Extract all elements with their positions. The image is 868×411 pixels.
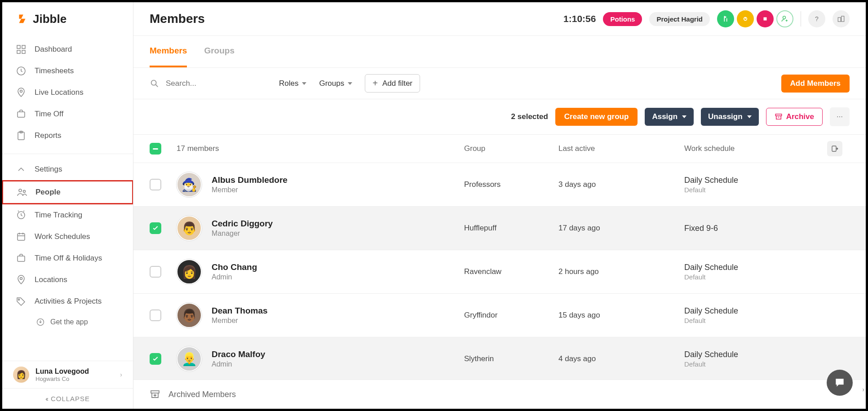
member-last-active: 17 days ago [558, 224, 684, 233]
chat-icon [834, 377, 846, 389]
chevron-down-icon [348, 82, 352, 85]
table-row[interactable]: 🧙‍♂️ Albus Dumbledore Member Professors … [133, 163, 866, 207]
sidebar-item-activities-projects[interactable]: Activities & Projects [2, 291, 133, 312]
col-group[interactable]: Group [464, 144, 558, 153]
sidebar-item-reports[interactable]: Reports [2, 125, 133, 146]
sidebar-item-time-off-holidays[interactable]: Time Off & Holidays [2, 247, 133, 269]
collapse-button[interactable]: ‹‹COLLAPSE [2, 388, 133, 409]
user-profile[interactable]: 👩 Luna Lovegood Hogwarts Co › [2, 361, 133, 388]
col-schedule[interactable]: Work schedule [684, 144, 827, 153]
unassign-button[interactable]: Unassign [701, 108, 759, 126]
schedule-default: Default [684, 186, 827, 194]
svg-rect-25 [151, 391, 159, 393]
table-row[interactable]: 👨 Cedric Diggory Manager Hufflepuff 17 d… [133, 207, 866, 250]
chevron-right-icon: › [120, 371, 122, 378]
row-checkbox[interactable] [150, 353, 161, 365]
sidebar-item-dashboard[interactable]: Dashboard [2, 39, 133, 60]
member-group: Ravenclaw [464, 267, 558, 276]
col-last-active[interactable]: Last active [558, 144, 684, 153]
get-app-link[interactable]: Get the app [2, 312, 133, 332]
sidebar-item-label: Settings [35, 165, 62, 174]
location-icon [16, 87, 27, 98]
sidebar-item-settings[interactable]: Settings [2, 159, 133, 180]
roles-filter[interactable]: Roles [279, 79, 306, 88]
schedule-name: Fixed 9-6 [684, 224, 827, 233]
sidebar-item-live-locations[interactable]: Live Locations [2, 82, 133, 103]
chevron-up-icon [16, 164, 27, 175]
sidebar-item-locations[interactable]: Locations [2, 269, 133, 291]
sidebar-item-time-off[interactable]: Time Off [2, 103, 133, 125]
members-table: 17 members Group Last active Work schedu… [133, 135, 866, 380]
sidebar-item-timesheets[interactable]: Timesheets [2, 60, 133, 82]
clipboard-icon [16, 130, 27, 141]
svg-rect-3 [22, 50, 25, 53]
help-button[interactable]: ? [808, 10, 825, 27]
create-group-button[interactable]: Create new group [555, 108, 638, 126]
groups-filter[interactable]: Groups [319, 79, 352, 88]
status-dot-red[interactable] [757, 10, 774, 27]
status-dot-yellow[interactable] [737, 10, 754, 27]
chip-project[interactable]: Project Hagrid [649, 12, 710, 26]
row-checkbox[interactable] [150, 222, 161, 234]
chat-button[interactable] [827, 370, 853, 396]
sidebar-item-label: Time Tracking [35, 211, 82, 220]
tab-groups[interactable]: Groups [204, 36, 235, 67]
sidebar-item-work-schedules[interactable]: Work Schedules [2, 226, 133, 247]
status-dot-green[interactable] [717, 10, 734, 27]
archive-button[interactable]: Archive [766, 108, 823, 126]
svg-point-14 [20, 278, 22, 280]
clock-icon [16, 66, 27, 76]
assign-button[interactable]: Assign [645, 108, 694, 126]
sidebar-item-label: Time Off [35, 110, 63, 119]
table-row[interactable]: 👨🏾 Dean Thomas Member Gryffindor 15 days… [133, 294, 866, 337]
sidebar-item-time-tracking[interactable]: Time Tracking [2, 204, 133, 226]
svg-rect-21 [841, 16, 844, 22]
main: Members 1:10:56 Potions Project Hagrid ?… [133, 2, 866, 409]
member-role: Member [212, 317, 268, 325]
more-button[interactable]: ⋯ [830, 107, 850, 126]
svg-rect-23 [775, 114, 782, 116]
svg-point-9 [19, 189, 22, 192]
sidebar-item-label: Activities & Projects [35, 297, 102, 306]
svg-rect-0 [17, 45, 20, 49]
search-input[interactable] [166, 79, 251, 88]
row-checkbox[interactable] [150, 309, 161, 321]
user-org: Hogwarts Co [35, 376, 89, 382]
svg-rect-18 [764, 18, 767, 21]
roles-label: Roles [279, 79, 298, 88]
settings-button[interactable] [833, 10, 850, 27]
sidebar-item-label: Locations [35, 275, 67, 284]
row-checkbox[interactable] [150, 266, 161, 278]
member-group: Professors [464, 180, 558, 189]
logo[interactable]: Jibble [2, 2, 133, 36]
svg-rect-1 [22, 45, 25, 49]
archive-label: Archive [786, 112, 814, 121]
archived-members[interactable]: Archived Members [133, 380, 866, 409]
avatar: 👩 [13, 367, 29, 383]
tag-icon [16, 296, 27, 307]
groups-label: Groups [319, 79, 344, 88]
schedule-name: Daily Schedule [684, 306, 827, 316]
svg-point-15 [18, 299, 20, 301]
chip-potions[interactable]: Potions [603, 12, 642, 26]
scroll-right[interactable]: › [862, 386, 864, 393]
row-checkbox[interactable] [150, 179, 161, 190]
add-filter-button[interactable]: + Add filter [365, 74, 420, 93]
add-members-button[interactable]: Add Members [781, 75, 850, 93]
svg-rect-24 [832, 146, 836, 151]
table-row[interactable]: 👱‍♂️ Draco Malfoy Admin Slytherin 4 days… [133, 337, 866, 380]
status-dot-add[interactable] [776, 10, 793, 27]
avatar: 👩 [177, 259, 202, 284]
select-all-checkbox[interactable] [150, 143, 161, 155]
tab-members[interactable]: Members [150, 36, 187, 67]
sidebar-item-people[interactable]: People [2, 180, 133, 204]
table-row[interactable]: 👩 Cho Chang Admin Ravenclaw 2 hours ago … [133, 250, 866, 294]
export-button[interactable] [827, 141, 842, 156]
filter-bar: Roles Groups + Add filter Add Members [133, 68, 866, 99]
logo-text: Jibble [33, 12, 66, 26]
search-icon [150, 79, 159, 88]
sidebar-item-label: Reports [35, 131, 62, 140]
member-role: Member [212, 186, 288, 194]
svg-point-10 [23, 190, 26, 193]
sidebar-item-label: Time Off & Holidays [35, 254, 102, 263]
